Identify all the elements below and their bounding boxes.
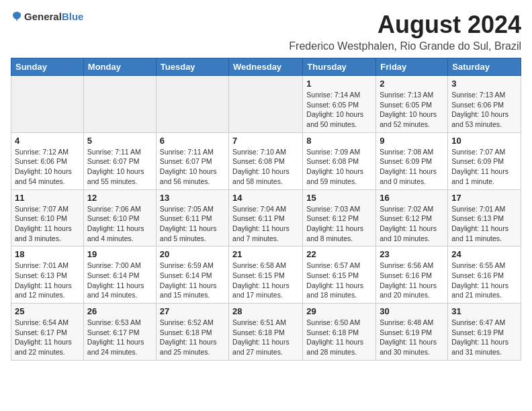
day-number: 4 bbox=[15, 136, 80, 146]
calendar-cell: 13Sunrise: 7:05 AM Sunset: 6:11 PM Dayli… bbox=[156, 189, 228, 246]
day-number: 31 bbox=[451, 306, 517, 316]
day-number: 30 bbox=[380, 306, 444, 316]
calendar-cell: 9Sunrise: 7:08 AM Sunset: 6:09 PM Daylig… bbox=[376, 132, 448, 189]
calendar-cell: 29Sunrise: 6:50 AM Sunset: 6:18 PM Dayli… bbox=[303, 304, 376, 361]
weekday-header-row: SundayMondayTuesdayWednesdayThursdayFrid… bbox=[11, 58, 521, 76]
calendar-cell: 10Sunrise: 7:07 AM Sunset: 6:09 PM Dayli… bbox=[448, 132, 521, 189]
weekday-header-cell: Sunday bbox=[11, 58, 84, 76]
calendar-cell: 27Sunrise: 6:52 AM Sunset: 6:18 PM Dayli… bbox=[156, 304, 228, 361]
calendar-week-row: 1Sunrise: 7:14 AM Sunset: 6:05 PM Daylig… bbox=[11, 76, 521, 133]
day-info: Sunrise: 7:00 AM Sunset: 6:14 PM Dayligh… bbox=[87, 261, 152, 300]
day-number: 27 bbox=[160, 306, 225, 316]
calendar-cell: 7Sunrise: 7:10 AM Sunset: 6:08 PM Daylig… bbox=[229, 132, 303, 189]
day-number: 20 bbox=[160, 249, 225, 259]
calendar-cell bbox=[11, 76, 84, 133]
calendar-cell: 3Sunrise: 7:13 AM Sunset: 6:06 PM Daylig… bbox=[448, 76, 521, 133]
calendar-week-row: 25Sunrise: 6:54 AM Sunset: 6:17 PM Dayli… bbox=[11, 304, 521, 361]
calendar-cell bbox=[156, 76, 228, 133]
calendar-cell: 28Sunrise: 6:51 AM Sunset: 6:18 PM Dayli… bbox=[229, 304, 303, 361]
title-block: August 2024 Frederico Westphalen, Rio Gr… bbox=[289, 11, 521, 52]
day-info: Sunrise: 6:57 AM Sunset: 6:15 PM Dayligh… bbox=[306, 261, 372, 300]
day-number: 17 bbox=[451, 193, 517, 203]
day-info: Sunrise: 7:08 AM Sunset: 6:09 PM Dayligh… bbox=[380, 147, 444, 187]
day-info: Sunrise: 7:07 AM Sunset: 6:09 PM Dayligh… bbox=[451, 147, 517, 187]
logo-text-blue: Blue bbox=[62, 11, 84, 22]
calendar-cell: 24Sunrise: 6:55 AM Sunset: 6:16 PM Dayli… bbox=[448, 246, 521, 304]
day-info: Sunrise: 7:12 AM Sunset: 6:06 PM Dayligh… bbox=[15, 147, 80, 187]
weekday-header-cell: Wednesday bbox=[229, 58, 303, 76]
calendar-cell: 30Sunrise: 6:48 AM Sunset: 6:19 PM Dayli… bbox=[376, 304, 448, 361]
calendar-cell bbox=[229, 76, 303, 133]
calendar-cell: 8Sunrise: 7:09 AM Sunset: 6:08 PM Daylig… bbox=[303, 132, 376, 189]
day-info: Sunrise: 7:07 AM Sunset: 6:10 PM Dayligh… bbox=[15, 204, 80, 244]
day-number: 6 bbox=[160, 136, 225, 146]
subtitle: Frederico Westphalen, Rio Grande do Sul,… bbox=[289, 40, 521, 52]
calendar-cell: 23Sunrise: 6:56 AM Sunset: 6:16 PM Dayli… bbox=[376, 246, 448, 304]
day-number: 21 bbox=[232, 249, 299, 259]
calendar-cell: 16Sunrise: 7:02 AM Sunset: 6:12 PM Dayli… bbox=[376, 189, 448, 246]
calendar-cell: 31Sunrise: 6:47 AM Sunset: 6:19 PM Dayli… bbox=[448, 304, 521, 361]
day-info: Sunrise: 6:52 AM Sunset: 6:18 PM Dayligh… bbox=[160, 318, 225, 357]
calendar-week-row: 11Sunrise: 7:07 AM Sunset: 6:10 PM Dayli… bbox=[11, 189, 521, 246]
day-number: 10 bbox=[451, 136, 517, 146]
calendar-week-row: 4Sunrise: 7:12 AM Sunset: 6:06 PM Daylig… bbox=[11, 132, 521, 189]
calendar-week-row: 18Sunrise: 7:01 AM Sunset: 6:13 PM Dayli… bbox=[11, 246, 521, 304]
weekday-header-cell: Friday bbox=[376, 58, 448, 76]
calendar-cell: 2Sunrise: 7:13 AM Sunset: 6:05 PM Daylig… bbox=[376, 76, 448, 133]
day-info: Sunrise: 6:53 AM Sunset: 6:17 PM Dayligh… bbox=[87, 318, 152, 357]
day-number: 24 bbox=[451, 249, 517, 259]
day-number: 1 bbox=[306, 79, 372, 89]
day-number: 23 bbox=[380, 249, 444, 259]
day-info: Sunrise: 7:10 AM Sunset: 6:08 PM Dayligh… bbox=[232, 147, 299, 187]
day-number: 18 bbox=[15, 249, 80, 259]
calendar-cell: 20Sunrise: 6:59 AM Sunset: 6:14 PM Dayli… bbox=[156, 246, 228, 304]
day-number: 22 bbox=[306, 249, 372, 259]
day-number: 19 bbox=[87, 249, 152, 259]
day-info: Sunrise: 7:13 AM Sunset: 6:05 PM Dayligh… bbox=[380, 90, 444, 130]
calendar-cell: 11Sunrise: 7:07 AM Sunset: 6:10 PM Dayli… bbox=[11, 189, 84, 246]
day-info: Sunrise: 7:14 AM Sunset: 6:05 PM Dayligh… bbox=[306, 90, 372, 130]
weekday-header-cell: Thursday bbox=[303, 58, 376, 76]
calendar-table: SundayMondayTuesdayWednesdayThursdayFrid… bbox=[11, 58, 521, 361]
calendar-cell: 5Sunrise: 7:11 AM Sunset: 6:07 PM Daylig… bbox=[83, 132, 156, 189]
day-info: Sunrise: 7:13 AM Sunset: 6:06 PM Dayligh… bbox=[451, 90, 517, 130]
calendar-cell: 14Sunrise: 7:04 AM Sunset: 6:11 PM Dayli… bbox=[229, 189, 303, 246]
day-info: Sunrise: 6:55 AM Sunset: 6:16 PM Dayligh… bbox=[451, 261, 517, 300]
day-number: 7 bbox=[232, 136, 299, 146]
weekday-header-cell: Saturday bbox=[448, 58, 521, 76]
calendar-cell: 18Sunrise: 7:01 AM Sunset: 6:13 PM Dayli… bbox=[11, 246, 84, 304]
day-info: Sunrise: 6:56 AM Sunset: 6:16 PM Dayligh… bbox=[380, 261, 444, 300]
calendar-cell bbox=[83, 76, 156, 133]
day-number: 16 bbox=[380, 193, 444, 203]
day-info: Sunrise: 7:05 AM Sunset: 6:11 PM Dayligh… bbox=[160, 204, 225, 244]
day-number: 14 bbox=[232, 193, 299, 203]
day-number: 9 bbox=[380, 136, 444, 146]
day-info: Sunrise: 7:11 AM Sunset: 6:07 PM Dayligh… bbox=[87, 147, 152, 187]
main-title: August 2024 bbox=[289, 11, 521, 39]
logo-icon bbox=[11, 11, 23, 23]
calendar-cell: 6Sunrise: 7:11 AM Sunset: 6:07 PM Daylig… bbox=[156, 132, 228, 189]
calendar-cell: 17Sunrise: 7:01 AM Sunset: 6:13 PM Dayli… bbox=[448, 189, 521, 246]
day-number: 26 bbox=[87, 306, 152, 316]
day-number: 8 bbox=[306, 136, 372, 146]
day-number: 5 bbox=[87, 136, 152, 146]
day-info: Sunrise: 7:01 AM Sunset: 6:13 PM Dayligh… bbox=[15, 261, 80, 300]
day-info: Sunrise: 7:11 AM Sunset: 6:07 PM Dayligh… bbox=[160, 147, 225, 187]
logo: GeneralBlue bbox=[11, 11, 83, 23]
day-number: 13 bbox=[160, 193, 225, 203]
page-header: GeneralBlue August 2024 Frederico Westph… bbox=[11, 11, 521, 52]
day-number: 12 bbox=[87, 193, 152, 203]
day-info: Sunrise: 6:50 AM Sunset: 6:18 PM Dayligh… bbox=[306, 318, 372, 357]
day-info: Sunrise: 7:06 AM Sunset: 6:10 PM Dayligh… bbox=[87, 204, 152, 244]
day-number: 29 bbox=[306, 306, 372, 316]
day-info: Sunrise: 7:09 AM Sunset: 6:08 PM Dayligh… bbox=[306, 147, 372, 187]
day-info: Sunrise: 6:59 AM Sunset: 6:14 PM Dayligh… bbox=[160, 261, 225, 300]
calendar-cell: 19Sunrise: 7:00 AM Sunset: 6:14 PM Dayli… bbox=[83, 246, 156, 304]
calendar-cell: 26Sunrise: 6:53 AM Sunset: 6:17 PM Dayli… bbox=[83, 304, 156, 361]
day-info: Sunrise: 6:58 AM Sunset: 6:15 PM Dayligh… bbox=[232, 261, 299, 300]
calendar-cell: 25Sunrise: 6:54 AM Sunset: 6:17 PM Dayli… bbox=[11, 304, 84, 361]
logo-text-general: General bbox=[24, 11, 62, 22]
weekday-header-cell: Monday bbox=[83, 58, 156, 76]
calendar-cell: 15Sunrise: 7:03 AM Sunset: 6:12 PM Dayli… bbox=[303, 189, 376, 246]
day-info: Sunrise: 7:02 AM Sunset: 6:12 PM Dayligh… bbox=[380, 204, 444, 244]
